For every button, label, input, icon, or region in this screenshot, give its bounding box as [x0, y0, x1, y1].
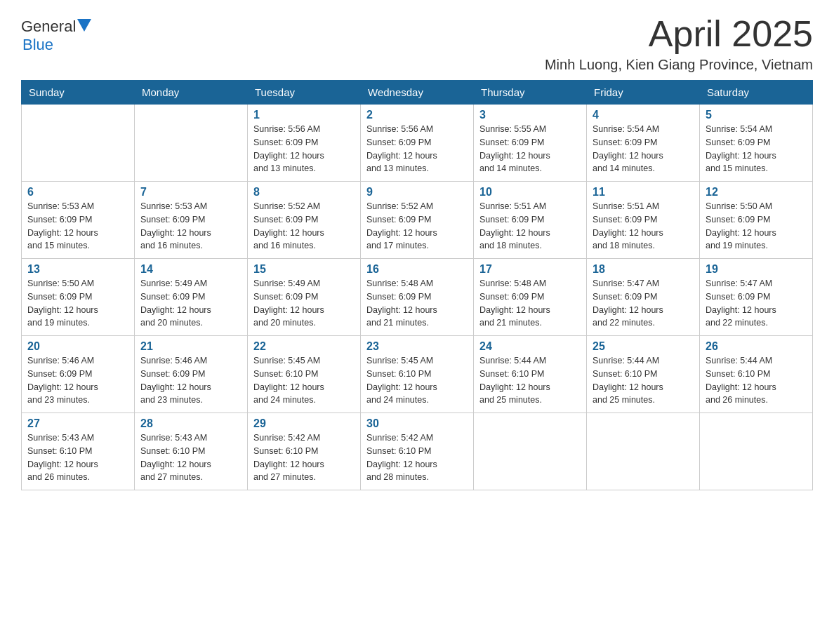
header-wednesday: Wednesday — [361, 81, 474, 105]
calendar-cell: 11Sunrise: 5:51 AM Sunset: 6:09 PM Dayli… — [587, 182, 700, 259]
day-info: Sunrise: 5:55 AM Sunset: 6:09 PM Dayligh… — [479, 123, 581, 175]
day-info: Sunrise: 5:56 AM Sunset: 6:09 PM Dayligh… — [366, 123, 468, 175]
header-tuesday: Tuesday — [248, 81, 361, 105]
day-info: Sunrise: 5:50 AM Sunset: 6:09 PM Dayligh… — [706, 200, 807, 253]
title-section: April 2025 Minh Luong, Kien Giang Provin… — [545, 14, 813, 73]
day-number: 24 — [479, 340, 581, 353]
day-info: Sunrise: 5:46 AM Sunset: 6:09 PM Dayligh… — [140, 354, 241, 407]
day-number: 22 — [253, 340, 355, 353]
week-row-4: 20Sunrise: 5:46 AM Sunset: 6:09 PM Dayli… — [22, 336, 813, 413]
calendar-cell: 10Sunrise: 5:51 AM Sunset: 6:09 PM Dayli… — [474, 182, 587, 259]
day-info: Sunrise: 5:49 AM Sunset: 6:09 PM Dayligh… — [140, 277, 241, 330]
calendar-cell: 22Sunrise: 5:45 AM Sunset: 6:10 PM Dayli… — [248, 336, 361, 413]
calendar-cell: 14Sunrise: 5:49 AM Sunset: 6:09 PM Dayli… — [135, 259, 248, 336]
day-info: Sunrise: 5:48 AM Sunset: 6:09 PM Dayligh… — [366, 277, 468, 330]
day-number: 11 — [593, 186, 694, 199]
calendar-cell: 25Sunrise: 5:44 AM Sunset: 6:10 PM Dayli… — [587, 336, 700, 413]
calendar-cell: 2Sunrise: 5:56 AM Sunset: 6:09 PM Daylig… — [361, 105, 474, 182]
day-number: 19 — [706, 263, 807, 276]
day-info: Sunrise: 5:51 AM Sunset: 6:09 PM Dayligh… — [479, 200, 581, 253]
day-number: 10 — [479, 186, 581, 199]
day-info: Sunrise: 5:43 AM Sunset: 6:10 PM Dayligh… — [140, 431, 241, 484]
calendar-cell — [135, 105, 248, 182]
day-number: 18 — [593, 263, 694, 276]
calendar-cell: 20Sunrise: 5:46 AM Sunset: 6:09 PM Dayli… — [22, 336, 135, 413]
calendar-cell — [700, 413, 813, 490]
day-info: Sunrise: 5:54 AM Sunset: 6:09 PM Dayligh… — [593, 123, 694, 175]
day-number: 21 — [140, 340, 241, 353]
day-number: 30 — [366, 417, 468, 430]
header-sunday: Sunday — [22, 81, 135, 105]
day-number: 9 — [366, 186, 468, 199]
calendar-cell: 21Sunrise: 5:46 AM Sunset: 6:09 PM Dayli… — [135, 336, 248, 413]
day-number: 28 — [140, 417, 241, 430]
week-row-1: 1Sunrise: 5:56 AM Sunset: 6:09 PM Daylig… — [22, 105, 813, 182]
day-number: 12 — [706, 186, 807, 199]
day-info: Sunrise: 5:49 AM Sunset: 6:09 PM Dayligh… — [253, 277, 355, 330]
day-number: 15 — [253, 263, 355, 276]
day-number: 2 — [366, 109, 468, 121]
calendar-cell: 19Sunrise: 5:47 AM Sunset: 6:09 PM Dayli… — [700, 259, 813, 336]
logo-triangle-icon — [77, 19, 91, 32]
day-number: 6 — [27, 186, 128, 199]
header-saturday: Saturday — [700, 81, 813, 105]
calendar-cell: 3Sunrise: 5:55 AM Sunset: 6:09 PM Daylig… — [474, 105, 587, 182]
calendar-cell: 24Sunrise: 5:44 AM Sunset: 6:10 PM Dayli… — [474, 336, 587, 413]
calendar-cell: 12Sunrise: 5:50 AM Sunset: 6:09 PM Dayli… — [700, 182, 813, 259]
calendar-cell: 9Sunrise: 5:52 AM Sunset: 6:09 PM Daylig… — [361, 182, 474, 259]
calendar-cell: 7Sunrise: 5:53 AM Sunset: 6:09 PM Daylig… — [135, 182, 248, 259]
day-number: 23 — [366, 340, 468, 353]
day-info: Sunrise: 5:44 AM Sunset: 6:10 PM Dayligh… — [593, 354, 694, 407]
day-info: Sunrise: 5:50 AM Sunset: 6:09 PM Dayligh… — [27, 277, 128, 330]
day-number: 17 — [479, 263, 581, 276]
day-number: 16 — [366, 263, 468, 276]
calendar-cell — [587, 413, 700, 490]
location-title: Minh Luong, Kien Giang Province, Vietnam — [545, 57, 813, 73]
month-title: April 2025 — [545, 14, 813, 54]
day-number: 3 — [479, 109, 581, 121]
calendar-cell: 30Sunrise: 5:42 AM Sunset: 6:10 PM Dayli… — [361, 413, 474, 490]
calendar-cell: 23Sunrise: 5:45 AM Sunset: 6:10 PM Dayli… — [361, 336, 474, 413]
calendar-cell: 5Sunrise: 5:54 AM Sunset: 6:09 PM Daylig… — [700, 105, 813, 182]
calendar-cell — [22, 105, 135, 182]
day-number: 29 — [253, 417, 355, 430]
day-number: 26 — [706, 340, 807, 353]
header-thursday: Thursday — [474, 81, 587, 105]
calendar-cell: 13Sunrise: 5:50 AM Sunset: 6:09 PM Dayli… — [22, 259, 135, 336]
day-info: Sunrise: 5:43 AM Sunset: 6:10 PM Dayligh… — [27, 431, 128, 484]
week-row-2: 6Sunrise: 5:53 AM Sunset: 6:09 PM Daylig… — [22, 182, 813, 259]
day-number: 4 — [593, 109, 694, 121]
calendar-cell: 26Sunrise: 5:44 AM Sunset: 6:10 PM Dayli… — [700, 336, 813, 413]
day-number: 25 — [593, 340, 694, 353]
day-info: Sunrise: 5:42 AM Sunset: 6:10 PM Dayligh… — [366, 431, 468, 484]
calendar-table: SundayMondayTuesdayWednesdayThursdayFrid… — [21, 80, 813, 490]
day-number: 20 — [27, 340, 128, 353]
day-info: Sunrise: 5:46 AM Sunset: 6:09 PM Dayligh… — [27, 354, 128, 407]
day-number: 1 — [253, 109, 355, 121]
calendar-cell: 8Sunrise: 5:52 AM Sunset: 6:09 PM Daylig… — [248, 182, 361, 259]
day-info: Sunrise: 5:47 AM Sunset: 6:09 PM Dayligh… — [593, 277, 694, 330]
calendar-cell: 16Sunrise: 5:48 AM Sunset: 6:09 PM Dayli… — [361, 259, 474, 336]
calendar-cell: 15Sunrise: 5:49 AM Sunset: 6:09 PM Dayli… — [248, 259, 361, 336]
day-number: 13 — [27, 263, 128, 276]
logo-blue-text: Blue — [22, 36, 53, 54]
day-info: Sunrise: 5:42 AM Sunset: 6:10 PM Dayligh… — [253, 431, 355, 484]
week-row-3: 13Sunrise: 5:50 AM Sunset: 6:09 PM Dayli… — [22, 259, 813, 336]
day-info: Sunrise: 5:45 AM Sunset: 6:10 PM Dayligh… — [366, 354, 468, 407]
day-number: 8 — [253, 186, 355, 199]
calendar-cell: 1Sunrise: 5:56 AM Sunset: 6:09 PM Daylig… — [248, 105, 361, 182]
week-row-5: 27Sunrise: 5:43 AM Sunset: 6:10 PM Dayli… — [22, 413, 813, 490]
logo-general-text: General — [21, 18, 76, 36]
day-number: 5 — [706, 109, 807, 121]
calendar-cell: 27Sunrise: 5:43 AM Sunset: 6:10 PM Dayli… — [22, 413, 135, 490]
day-info: Sunrise: 5:44 AM Sunset: 6:10 PM Dayligh… — [479, 354, 581, 407]
day-info: Sunrise: 5:54 AM Sunset: 6:09 PM Dayligh… — [706, 123, 807, 175]
calendar-cell: 28Sunrise: 5:43 AM Sunset: 6:10 PM Dayli… — [135, 413, 248, 490]
day-info: Sunrise: 5:53 AM Sunset: 6:09 PM Dayligh… — [140, 200, 241, 253]
day-info: Sunrise: 5:47 AM Sunset: 6:09 PM Dayligh… — [706, 277, 807, 330]
day-info: Sunrise: 5:52 AM Sunset: 6:09 PM Dayligh… — [366, 200, 468, 253]
calendar-cell: 17Sunrise: 5:48 AM Sunset: 6:09 PM Dayli… — [474, 259, 587, 336]
day-number: 27 — [27, 417, 128, 430]
logo: General Blue — [21, 14, 91, 54]
calendar-cell: 18Sunrise: 5:47 AM Sunset: 6:09 PM Dayli… — [587, 259, 700, 336]
